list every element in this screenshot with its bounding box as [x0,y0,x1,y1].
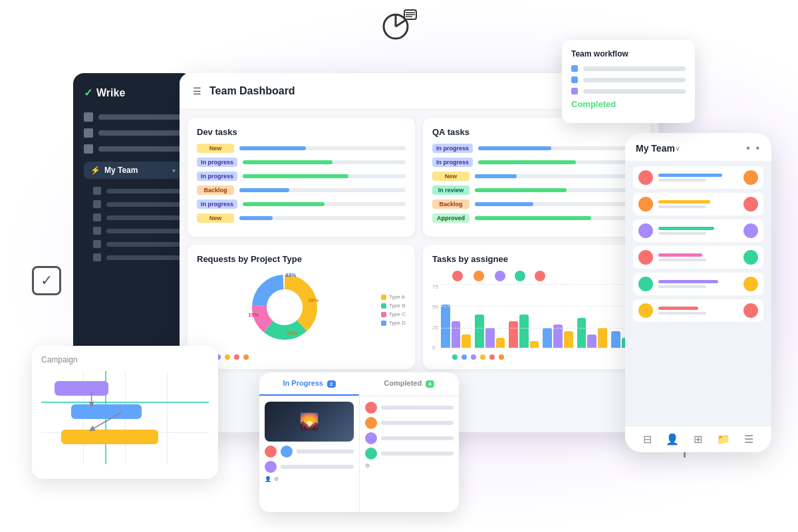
mobile-list-item[interactable] [633,273,763,295]
sub-icon-4 [93,227,101,235]
tab-in-progress[interactable]: In Progress 2 [259,372,359,396]
task-tag-backlog: Backlog [197,186,234,195]
task-tag-approved: Approved [432,213,469,223]
task-progress-fill [243,174,348,178]
mobile-bar-primary [658,200,710,203]
sub-item-label [106,189,182,194]
mobile-avatar2 [743,170,758,185]
bar-chart-wrapper: 75 50 25 0 [432,284,641,350]
task-user-row [265,446,354,458]
donut-label-pink: 15% [248,312,259,318]
mobile-list-item[interactable] [633,219,763,242]
task-progress-fill [475,202,533,206]
home-icon [84,112,93,122]
workflow-completed-item: Completed [571,99,686,109]
mountain-icon: 🌄 [299,412,319,431]
sidebar-item-home[interactable] [84,112,182,122]
tasks-body: 🌄 👤 ⚙ [259,396,459,512]
bar-segment [485,328,495,348]
gantt-bar-blue [71,404,142,419]
task-icon-gear2: ⚙ [365,463,370,469]
mobile-nav-menu-icon[interactable]: ☰ [744,433,753,446]
mobile-nav-people-icon[interactable]: 👤 [666,433,679,446]
chevron-down-icon: ▾ [172,167,176,174]
sidebar-sub-item-2[interactable] [93,200,182,208]
workflow-popup: Team workflow Completed [562,40,695,123]
mobile-list [625,161,771,327]
task-tag-new: New [432,172,469,181]
bar-segment [475,315,484,348]
task-progress-bg [475,174,641,178]
mobile-avatar [638,197,653,211]
dashboard-title: Team Dashboard [209,85,579,97]
mobile-list-item[interactable] [633,299,763,322]
sidebar-item-folder[interactable] [84,144,182,154]
task-line [297,450,354,454]
task-line [381,406,454,410]
task-progress-fill [239,216,273,220]
sub-item-label [106,255,182,260]
sidebar-item-label [98,114,182,120]
workflow-item-2 [571,76,686,83]
bar-segment [462,334,471,348]
sidebar-sub-item-4[interactable] [93,227,182,235]
mobile-list-item[interactable] [633,193,763,215]
my-team-button[interactable]: ⚡ My Team ▾ [84,162,182,179]
task-progress-bg [239,146,406,150]
mobile-list-item[interactable] [633,166,763,189]
sidebar-sub-item-6[interactable] [93,253,182,261]
sidebar-sub-item-3[interactable] [93,213,182,221]
mobile-list-item[interactable] [633,246,763,269]
checkbox-icon: ✓ [32,266,61,295]
task-row: In progress [197,200,406,209]
donut-label-yellow: 38% [308,297,319,303]
wf-dot-blue [571,76,578,83]
sidebar-sub-item-5[interactable] [93,240,182,248]
mobile-nav-list-icon[interactable]: ⊟ [643,433,652,446]
sub-icon-6 [93,253,101,261]
donut-chart [248,271,321,344]
assignee-chart-title: Tasks by assignee [432,254,641,264]
task-tag-inprogress: In progress [432,158,473,167]
mobile-nav-grid-icon[interactable]: ⊞ [694,433,702,446]
sidebar-item-grid[interactable] [84,128,182,138]
assignee-avatars [432,271,641,281]
mobile-bottom-nav: ⊟ 👤 ⊞ 📁 ☰ [625,426,771,452]
sidebar-sub-item-1[interactable] [93,187,182,195]
mobile-bar-secondary [658,179,706,182]
task-avatar [365,402,377,414]
task-tag-inprogress: In progress [197,158,237,167]
task-row: In progress [432,144,641,153]
mobile-item-content [658,200,738,208]
mobile-dots[interactable]: • • [746,142,761,154]
mobile-bar-primary [658,253,702,257]
task-row: New [432,172,641,181]
task-progress-bg [239,188,406,192]
task-row: In progress [197,158,406,167]
mobile-panel: My Team ∨ • • [625,133,771,452]
task-line [381,452,454,456]
bar-group [441,305,471,348]
tab-completed[interactable]: Completed 4 [359,372,459,396]
sidebar-logo: ✓ Wrike [84,86,182,99]
bar-chart [441,284,641,350]
menu-icon[interactable]: ☰ [193,86,201,96]
bar-segment [519,315,529,348]
dev-tasks-title: Dev tasks [197,127,406,137]
wf-line [583,66,686,71]
mobile-team-title: My Team [636,143,675,154]
task-tag-new: New [197,144,234,153]
task-progress-bg [475,202,641,206]
task-progress-fill [478,146,551,150]
bar-segment [587,334,597,348]
mobile-nav-folder-icon[interactable]: 📁 [717,433,730,446]
task-avatar [265,461,277,473]
dashboard-body: Dev tasks New In progress In progress [180,110,658,377]
donut-label-yellow2: 23% [287,330,297,336]
task-user-row [365,402,454,414]
tab-label-completed: Completed [384,379,422,387]
grid-vline [167,371,168,464]
task-row: Backlog [197,186,406,195]
teal-border-h [41,402,209,403]
task-image: 🌄 [265,402,354,442]
